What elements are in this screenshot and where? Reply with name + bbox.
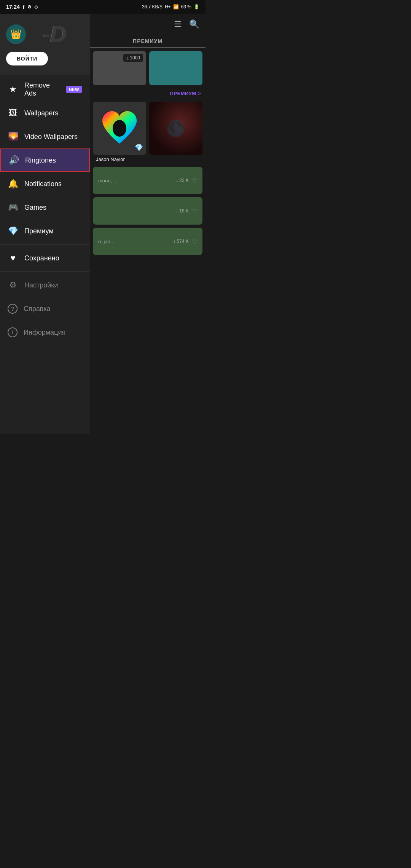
settings-icon: ⚙ [8, 280, 18, 290]
sidebar-item-label: Информация [24, 329, 65, 337]
sidebar-item-settings[interactable]: ⚙ Настройки [0, 273, 90, 297]
network-speed: 36.7 KB/S [142, 4, 162, 10]
avatar: 👑 [6, 24, 26, 44]
games-icon: 🎮 [8, 203, 18, 212]
app-container: 👑 -D ВОЙТИ ★ Remove Ads NEW 🖼 Wallpapers [0, 14, 206, 434]
sidebar-item-label: Настройки [24, 281, 58, 289]
notifications-icon: 🔔 [8, 179, 18, 189]
favorite-icon-1[interactable]: ♡ [192, 177, 197, 184]
fire-art: 🌑 [166, 120, 185, 137]
search-icon[interactable]: 🔍 [189, 19, 199, 29]
new-badge: NEW [66, 86, 82, 93]
heart-card-wrapper: 💎 Jason Naylor [93, 102, 146, 164]
sidebar-item-games[interactable]: 🎮 Games [0, 196, 90, 219]
sidebar-item-label: Ringtones [25, 156, 56, 164]
heart-card[interactable]: 💎 [93, 102, 146, 155]
sidebar-item-label: Games [24, 204, 46, 212]
menu-divider [0, 244, 90, 245]
diamond-badge: 💎 [135, 144, 143, 152]
network-type: H+ [165, 4, 171, 10]
sidebar-item-label: Сохранено [24, 254, 59, 262]
sidebar-item-video-wallpapers[interactable]: 🌄 Video Wallpapers [0, 125, 90, 148]
card-badge-1: z 1000 [123, 54, 143, 62]
sidebar-item-wallpapers[interactable]: 🖼 Wallpapers [0, 101, 90, 125]
topbar: ☰ 🔍 [90, 14, 206, 35]
wallpapers-icon: 🖼 [8, 108, 18, 118]
list-card-text-1: moon, ... [98, 178, 118, 183]
menu-list: ★ Remove Ads NEW 🖼 Wallpapers 🌄 Video Wa… [0, 75, 90, 434]
battery-icon: 🔋 [194, 4, 199, 10]
premium-row: ПРЕМИУМ > [93, 88, 202, 99]
premium-link[interactable]: ПРЕМИУМ > [170, 91, 201, 96]
sidebar-item-label: Notifications [24, 180, 62, 188]
download-count-1: ↓ 22 K [176, 178, 189, 183]
heart-card-area: 💎 Jason Naylor 🌑 [93, 102, 202, 164]
sidebar-item-label: Wallpapers [24, 109, 58, 117]
sidebar-item-saved[interactable]: ♥ Сохранено [0, 246, 90, 270]
diamond-icon: 💎 [8, 226, 18, 236]
sidebar-item-label: Video Wallpapers [24, 133, 78, 141]
brand-d-letter: -D [43, 23, 67, 46]
drawer-logo-area: 👑 -D [6, 23, 84, 46]
right-thumb-card[interactable]: 🌑 [149, 102, 202, 155]
video-wallpapers-icon: 🌄 [8, 132, 18, 142]
list-card-1[interactable]: moon, ... ↓ 22 K ♡ [93, 167, 202, 194]
content-card-2[interactable] [149, 51, 202, 85]
favorite-icon-2[interactable]: ♡ [192, 207, 197, 215]
download-count-3: ↓ 574 K [173, 239, 189, 244]
drawer-header: 👑 -D ВОЙТИ [0, 14, 90, 75]
heart-icon: ♥ [8, 253, 18, 263]
navigation-drawer: 👑 -D ВОЙТИ ★ Remove Ads NEW 🖼 Wallpapers [0, 14, 90, 434]
svg-point-0 [113, 120, 126, 137]
filter-icon[interactable]: ☰ [174, 19, 182, 29]
status-right: 36.7 KB/S H+ 📶 63 % 🔋 [142, 4, 199, 10]
no-disturb-icon: ⊘ [27, 4, 31, 10]
list-card-right-1: ↓ 22 K ♡ [176, 177, 197, 184]
sidebar-item-label: Справка [24, 305, 51, 313]
list-card-2[interactable]: ↓ 18 K ♡ [93, 197, 202, 225]
brand-logo: -D [26, 23, 84, 46]
artist-name: Jason Naylor [93, 155, 146, 164]
list-card-3[interactable]: o, jan... ↓ 574 K ♡ [93, 228, 202, 255]
sidebar-item-remove-ads[interactable]: ★ Remove Ads NEW [0, 78, 90, 101]
sidebar-item-ringtones[interactable]: 🔊 Ringtones [0, 148, 90, 172]
sidebar-item-info[interactable]: i Информация [0, 321, 90, 344]
ringtones-icon: 🔊 [8, 155, 19, 165]
sidebar-item-help[interactable]: ? Справка [0, 297, 90, 321]
favorite-icon-3[interactable]: ♡ [192, 238, 197, 245]
menu-divider-2 [0, 271, 90, 272]
list-card-right-3: ↓ 574 K ♡ [173, 238, 197, 245]
list-card-right-2: ↓ 18 K ♡ [176, 207, 197, 215]
battery-level: 63 % [181, 4, 191, 10]
info-icon: i [8, 327, 18, 337]
help-icon: ? [8, 304, 18, 314]
status-left: 17:24 f ⊘ ◇ [6, 4, 38, 10]
list-card-text-3: o, jan... [98, 239, 115, 244]
star-icon: ★ [8, 85, 18, 94]
fb-icon: f [23, 4, 24, 10]
login-button[interactable]: ВОЙТИ [6, 52, 48, 65]
sidebar-item-notifications[interactable]: 🔔 Notifications [0, 172, 90, 196]
download-count-2: ↓ 18 K [176, 208, 189, 214]
signal-icon: 📶 [173, 4, 179, 10]
main-panel: ☰ 🔍 ПРЕМИУМ z 1000 ПРЕМИУМ > [90, 14, 206, 434]
sidebar-item-label: Премиум [24, 227, 54, 235]
signal-extra-icon: ◇ [34, 4, 38, 10]
time-display: 17:24 [6, 4, 20, 10]
top-cards-row: z 1000 [93, 51, 202, 85]
premium-tab[interactable]: ПРЕМИУМ [90, 35, 206, 48]
content-card-1[interactable]: z 1000 [93, 51, 146, 85]
sidebar-item-premium[interactable]: 💎 Премиум [0, 219, 90, 243]
status-bar: 17:24 f ⊘ ◇ 36.7 KB/S H+ 📶 63 % 🔋 [0, 0, 206, 14]
sidebar-item-label: Remove Ads [24, 81, 60, 97]
content-area: z 1000 ПРЕМИУМ > [90, 48, 206, 434]
